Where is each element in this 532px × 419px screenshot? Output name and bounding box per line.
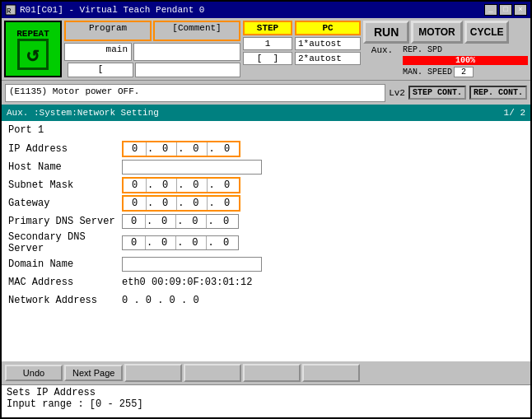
bracket-row: [ — [64, 63, 240, 77]
secondary-dns-seg3[interactable] — [184, 236, 207, 249]
pc-val2: 2*autost — [295, 52, 361, 65]
ip-address-seg4[interactable] — [216, 142, 239, 156]
man-spd-label: MAN. SPEED — [403, 68, 452, 77]
subnet-mask-seg2[interactable] — [154, 179, 177, 192]
secondary-dns-label: Secondary DNS Server — [8, 231, 115, 254]
right-buttons: RUN MOTOR CYCLE Aux. REP. SPD 100% MAN. … — [363, 21, 528, 77]
nav-path: Aux. :System:Network Setting — [7, 108, 159, 118]
ip-address-label: IP Address — [8, 143, 115, 155]
subnet-mask-row: Subnet Mask . . . — [8, 177, 524, 193]
repeat-icon: ↺ — [17, 39, 49, 70]
undo-button[interactable]: Undo — [5, 365, 63, 381]
subnet-mask-seg1[interactable] — [124, 179, 147, 192]
host-name-row: Host Name — [8, 159, 524, 175]
svg-text:R: R — [7, 7, 12, 16]
action-buttons: RUN MOTOR CYCLE — [363, 21, 528, 44]
domain-name-input[interactable] — [122, 257, 262, 272]
gateway-row: Gateway . . . — [8, 195, 524, 212]
primary-dns-seg1[interactable] — [123, 215, 146, 228]
title-controls: _ □ × — [484, 4, 527, 16]
ip-address-seg1[interactable] — [124, 142, 147, 156]
speed-block: REP. SPD 100% MAN. SPEED 2 — [403, 45, 528, 77]
run-button[interactable]: RUN — [363, 21, 409, 44]
primary-dns-label: Primary DNS Server — [8, 216, 115, 227]
network-address-value: 0 . 0 . 0 . 0 — [122, 295, 199, 306]
secondary-dns-input[interactable]: . . . — [122, 235, 239, 250]
comment-value — [133, 43, 240, 61]
main-window: R R01[C01] - Virtual Teach Pendant 0 _ □… — [0, 0, 532, 419]
cycle-button[interactable]: CYCLE — [464, 21, 510, 44]
gateway-seg3[interactable] — [184, 197, 208, 210]
mac-address-row: MAC Address eth0 00:09:0F:03:01:12 — [8, 274, 524, 291]
toolbar: REPEAT ↺ Program [Comment] — [2, 18, 530, 80]
subnet-mask-input[interactable]: . . . — [122, 177, 240, 193]
gateway-seg4[interactable] — [216, 197, 239, 210]
secondary-dns-seg1[interactable] — [123, 236, 146, 249]
aux-label: Aux. — [371, 45, 393, 55]
primary-dns-input[interactable]: . . . — [122, 214, 239, 229]
mac-address-label: MAC Address — [8, 277, 115, 288]
step-block: STEP 1 [ ] — [243, 21, 292, 77]
main-content: Port 1 IP Address . . . Host Name Subnet… — [2, 121, 530, 361]
status-footer: Sets IP Address Input range : [0 - 255] — [2, 384, 530, 417]
mac-address-value: eth0 00:09:0F:03:01:12 — [122, 277, 252, 288]
footer-line2: Input range : [0 - 255] — [7, 398, 525, 410]
ip-address-seg3[interactable] — [184, 142, 208, 156]
motor-button[interactable]: MOTOR — [411, 21, 462, 44]
lv-label: Lv2 — [389, 88, 405, 98]
window-title: R01[C01] - Virtual Teach Pendant 0 — [20, 5, 204, 15]
empty-btn-1 — [124, 364, 182, 382]
network-address-row: Network Address 0 . 0 . 0 . 0 — [8, 292, 524, 309]
gateway-seg1[interactable] — [124, 197, 147, 210]
rep-speed-bar: 100% — [403, 56, 528, 65]
close-button[interactable]: × — [514, 4, 527, 16]
secondary-dns-seg2[interactable] — [153, 236, 176, 249]
program-value: main — [64, 43, 132, 61]
speed-area: Aux. REP. SPD 100% MAN. SPEED 2 — [363, 45, 528, 77]
footer-line1: Sets IP Address — [7, 387, 525, 398]
secondary-dns-row: Secondary DNS Server . . . — [8, 231, 524, 254]
title-bar: R R01[C01] - Virtual Teach Pendant 0 _ □… — [2, 2, 530, 18]
maximize-button[interactable]: □ — [499, 4, 512, 16]
repeat-label: REPEAT — [16, 29, 49, 39]
subnet-mask-seg3[interactable] — [184, 179, 208, 192]
next-page-button[interactable]: Next Page — [64, 365, 123, 381]
primary-dns-row: Primary DNS Server . . . — [8, 213, 524, 230]
step-value: 1 — [243, 37, 292, 50]
empty-btn-4 — [302, 364, 360, 382]
program-label-box: Program — [64, 21, 152, 41]
app-icon: R — [5, 4, 16, 16]
rep-cont: REP. CONT. — [469, 86, 527, 100]
gateway-label: Gateway — [8, 198, 115, 209]
status-message: (E1135) Motor power OFF. — [5, 84, 385, 102]
port-label: Port 1 — [8, 124, 524, 136]
primary-dns-seg2[interactable] — [153, 215, 176, 228]
ip-address-row: IP Address . . . — [8, 141, 524, 157]
gateway-input[interactable]: . . . — [122, 195, 240, 212]
empty-btn-2 — [184, 364, 241, 382]
primary-dns-seg3[interactable] — [184, 215, 207, 228]
minimize-button[interactable]: _ — [484, 4, 497, 16]
comment-label-box: [Comment] — [153, 21, 240, 41]
gateway-seg2[interactable] — [154, 197, 177, 210]
domain-name-row: Domain Name — [8, 256, 524, 272]
step-bracket: [ ] — [243, 52, 292, 65]
ip-address-input[interactable]: . . . — [122, 141, 240, 157]
step-cont: STEP CONT. — [408, 86, 466, 100]
ip-address-seg2[interactable] — [154, 142, 177, 156]
primary-dns-seg4[interactable] — [215, 215, 238, 228]
step-label: STEP — [243, 21, 292, 35]
man-spd-value: 2 — [454, 67, 474, 77]
nav-page: 1/ 2 — [504, 108, 525, 118]
pc-block: PC 1*autost 2*autost — [295, 21, 361, 77]
aux-block: Aux. — [363, 45, 401, 77]
pc-label: PC — [295, 21, 361, 35]
subnet-mask-seg4[interactable] — [216, 179, 239, 192]
secondary-dns-seg4[interactable] — [215, 236, 238, 249]
nav-bar: Aux. :System:Network Setting 1/ 2 — [2, 105, 530, 121]
host-name-input[interactable] — [122, 160, 262, 175]
pc-val1: 1*autost — [295, 37, 361, 50]
repeat-block: REPEAT ↺ — [4, 21, 62, 77]
empty-btn-3 — [243, 364, 301, 382]
host-name-label: Host Name — [8, 161, 115, 173]
